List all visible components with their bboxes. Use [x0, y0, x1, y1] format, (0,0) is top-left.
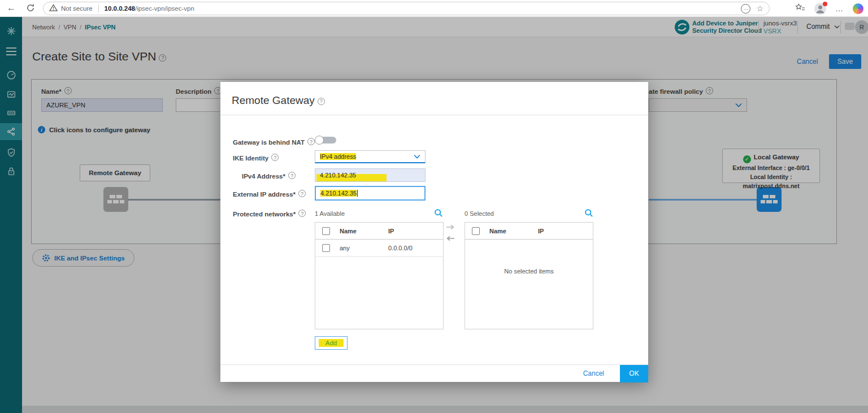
row-name: any: [340, 245, 388, 251]
ok-button[interactable]: OK: [620, 365, 648, 382]
ike-identity-select[interactable]: IPv4 address: [315, 150, 426, 163]
column-ip: IP: [388, 228, 394, 234]
available-table: Name IP any 0.0.0.0/0: [315, 222, 444, 329]
security-label[interactable]: Not secure: [61, 5, 93, 12]
row-checkbox[interactable]: [322, 244, 330, 252]
column-name: Name: [489, 228, 538, 234]
column-ip: IP: [538, 228, 544, 234]
table-row[interactable]: any 0.0.0.0/0: [315, 240, 443, 257]
select-all-checkbox[interactable]: [472, 227, 480, 235]
available-table-header: Name IP: [315, 223, 443, 240]
remote-gateway-modal: Remote Gateway? Gateway is behind NAT? I…: [220, 82, 648, 382]
ike-identity-help-icon[interactable]: ?: [271, 154, 279, 161]
external-ip-input[interactable]: 4.210.142.35: [315, 186, 426, 201]
browser-profile-icon[interactable]: [814, 3, 826, 15]
move-right-icon[interactable]: [446, 224, 455, 230]
transfer-controls: [446, 224, 455, 241]
address-bar[interactable]: Not secure 10.0.0.248 /ipsec-vpn/ipsec-v…: [43, 2, 770, 15]
select-all-checkbox[interactable]: [322, 227, 330, 235]
modal-cancel-button[interactable]: Cancel: [583, 369, 604, 377]
available-search-icon[interactable]: [434, 208, 443, 218]
url-path: /ipsec-vpn/ipsec-vpn: [135, 5, 194, 12]
protected-networks-help-icon[interactable]: ?: [298, 210, 306, 217]
empty-state-text: No selected items: [465, 268, 593, 275]
notification-dot: [823, 2, 827, 6]
available-count: 1 Available: [315, 210, 345, 217]
move-left-icon[interactable]: [446, 236, 455, 241]
browser-back-icon[interactable]: ←: [7, 3, 16, 13]
ipv4-help-icon[interactable]: ?: [288, 172, 296, 179]
app-window: Network/VPN/IPsec VPN Add Device to Juni…: [0, 17, 868, 413]
ipv4-address-label: IPv4 Address*?: [242, 172, 296, 180]
ike-identity-label: IKE Identity?: [233, 154, 279, 162]
selected-table: Name IP No selected items: [465, 222, 593, 329]
text-caret: [357, 190, 358, 197]
modal-title: Remote Gateway?: [232, 94, 325, 107]
nat-toggle[interactable]: [315, 136, 336, 145]
add-button[interactable]: Add: [315, 336, 348, 350]
favorites-bar-icon[interactable]: [795, 3, 805, 14]
modal-help-icon[interactable]: ?: [318, 98, 325, 105]
warning-icon: [49, 3, 58, 14]
browser-menu-icon[interactable]: …: [835, 4, 844, 13]
nat-label: Gateway is behind NAT?: [233, 138, 315, 146]
selected-search-icon[interactable]: [584, 208, 593, 218]
copilot-icon[interactable]: [853, 3, 863, 14]
ike-identity-value: IPv4 address: [320, 153, 356, 160]
browser-refresh-icon[interactable]: [26, 3, 35, 15]
selected-table-header: Name IP: [465, 223, 593, 240]
browser-toolbar: ← Not secure 10.0.0.248 /ipsec-vpn/ipsec…: [0, 0, 868, 17]
external-ip-label: External IP address*?: [233, 190, 306, 198]
column-name: Name: [340, 228, 388, 234]
url-host: 10.0.0.248: [105, 5, 135, 12]
nat-help-icon[interactable]: ?: [307, 138, 315, 145]
url-divider: [98, 5, 99, 12]
modal-divider: [220, 115, 648, 115]
modal-footer: Cancel OK: [220, 364, 648, 382]
external-ip-help-icon[interactable]: ?: [298, 190, 306, 197]
favorite-star-icon[interactable]: ☆: [756, 4, 763, 13]
selected-count: 0 Selected: [465, 210, 494, 217]
protected-networks-label: Protected networks*?: [233, 210, 306, 218]
row-ip: 0.0.0.0/0: [388, 245, 413, 251]
site-permissions-icon[interactable]: …: [741, 4, 750, 14]
